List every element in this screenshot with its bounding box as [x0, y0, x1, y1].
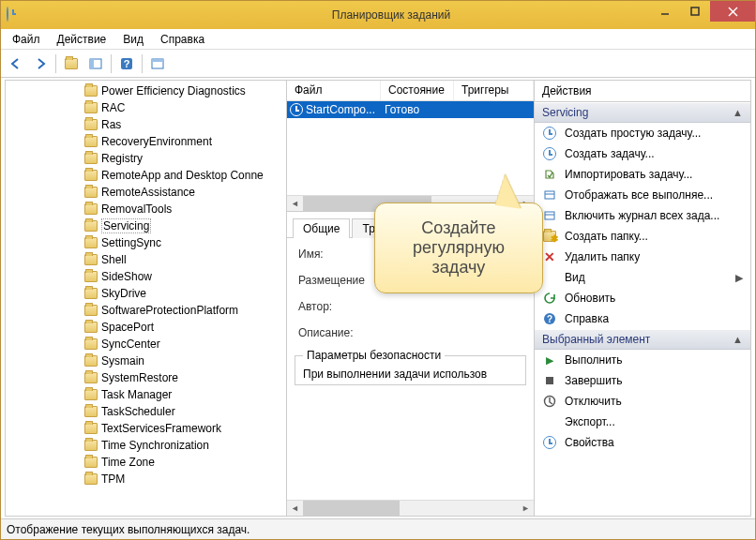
tree-label: Power Efficiency Diagnostics	[101, 84, 246, 98]
tab-general[interactable]: Общие	[293, 218, 350, 238]
action-icon	[542, 126, 557, 141]
task-row[interactable]: StartCompo... Готово	[287, 101, 534, 118]
action-item[interactable]: ▶Выполнить	[535, 350, 750, 370]
show-hide-button[interactable]	[84, 52, 107, 75]
tree-label: Servicing	[101, 218, 151, 233]
forward-button[interactable]	[29, 52, 52, 75]
action-item[interactable]: Отображать все выполняе...	[535, 185, 750, 205]
tree-item[interactable]: SettingSync	[81, 234, 286, 251]
tree-item[interactable]: Sysmain	[81, 352, 286, 369]
action-icon: ✕	[542, 249, 557, 264]
tree-item[interactable]: SystemRestore	[81, 369, 286, 386]
scroll-left-icon[interactable]: ◄	[287, 196, 303, 211]
up-folder-button[interactable]	[60, 52, 83, 75]
tree-label: SkyDrive	[101, 287, 146, 300]
action-item[interactable]: Обновить	[535, 288, 750, 308]
action-item[interactable]: ?Справка	[535, 308, 750, 329]
tree-item[interactable]: SyncCenter	[81, 336, 286, 352]
tree-item[interactable]: Registry	[81, 150, 286, 167]
help-button[interactable]: ?	[115, 52, 138, 75]
action-group-selected[interactable]: Выбранный элемент ▲	[535, 329, 750, 350]
action-item[interactable]: Свойства	[535, 432, 750, 453]
security-legend: Параметры безопасности	[303, 349, 445, 362]
tree-item[interactable]: RemoteAssistance	[81, 184, 286, 201]
menu-file[interactable]: Файл	[5, 31, 48, 48]
tree-item[interactable]: SideShow	[81, 268, 286, 285]
tree-item[interactable]: SoftwareProtectionPlatform	[81, 302, 286, 319]
scroll-left-icon[interactable]: ◄	[287, 501, 303, 516]
close-button[interactable]	[710, 1, 755, 22]
action-item[interactable]: ✕Удалить папку	[535, 247, 750, 267]
action-label: Свойства	[565, 436, 614, 449]
folder-icon	[84, 389, 98, 400]
action-item[interactable]: Экспорт...	[535, 412, 750, 432]
minimize-button[interactable]	[650, 1, 680, 22]
folder-icon	[84, 322, 98, 333]
middle-pane: Файл Состояние Триггеры StartCompo... Го…	[287, 81, 535, 516]
tree-item[interactable]: TextServicesFramework	[81, 420, 286, 437]
folder-icon	[84, 440, 98, 451]
action-label: Импортировать задачу...	[565, 168, 692, 181]
svg-text:?: ?	[124, 58, 130, 69]
titlebar[interactable]: Планировщик заданий	[1, 1, 755, 29]
tree-label: Sysmain	[101, 354, 144, 368]
back-button[interactable]	[5, 52, 27, 75]
tree-item[interactable]: Power Efficiency Diagnostics	[81, 82, 286, 99]
clock-icon	[289, 103, 304, 116]
tree-item[interactable]: SkyDrive	[81, 285, 286, 302]
group-label: Выбранный элемент	[542, 333, 650, 346]
tree-item[interactable]: Time Synchronization	[81, 437, 286, 454]
description-label: Описание:	[298, 326, 383, 339]
action-item[interactable]: Создать задачу...	[535, 143, 750, 164]
tree-label: Task Manager	[101, 388, 172, 401]
tree-item[interactable]: TaskScheduler	[81, 403, 286, 420]
collapse-icon: ▲	[733, 334, 743, 345]
actions-pane: Действия Servicing ▲ Создать простую зад…	[535, 81, 750, 516]
tree-item[interactable]: RAC	[81, 99, 286, 116]
action-icon: ?	[542, 311, 557, 326]
tree-item[interactable]: TPM	[81, 471, 286, 488]
tree-item[interactable]: Ras	[81, 116, 286, 133]
folder-icon	[84, 102, 98, 113]
action-icon: ✱	[542, 229, 557, 244]
col-triggers[interactable]: Триггеры	[454, 81, 534, 100]
menu-help[interactable]: Справка	[153, 31, 212, 48]
detail-scrollbar[interactable]: ◄ ►	[287, 500, 534, 516]
panel-button[interactable]	[146, 52, 169, 75]
tree-item[interactable]: RecoveryEnvironment	[81, 133, 286, 150]
tree-item[interactable]: RemoteApp and Desktop Conne	[81, 167, 286, 184]
tree-item[interactable]: Time Zone	[81, 454, 286, 471]
tree-item[interactable]: Servicing	[81, 218, 286, 234]
tree-label: TextServicesFramework	[101, 422, 221, 435]
menu-action[interactable]: Действие	[50, 31, 114, 48]
tree-item[interactable]: Shell	[81, 251, 286, 268]
action-item[interactable]: Отключить	[535, 391, 750, 412]
tree-label: Time Zone	[101, 456, 155, 469]
scroll-right-icon[interactable]: ►	[518, 501, 534, 516]
action-item[interactable]: Создать простую задачу...	[535, 123, 750, 143]
tree-label: Ras	[101, 118, 121, 131]
tree-label: TaskScheduler	[101, 405, 175, 418]
action-item[interactable]: Вид▶	[535, 267, 750, 288]
menu-view[interactable]: Вид	[115, 31, 151, 48]
tree-item[interactable]: SpacePort	[81, 319, 286, 336]
action-label: Включить журнал всех зада...	[565, 209, 719, 222]
action-icon	[542, 146, 557, 161]
tree-scroll[interactable]: Power Efficiency DiagnosticsRACRasRecove…	[6, 81, 286, 516]
action-item[interactable]: ✱Создать папку...	[535, 226, 750, 247]
col-state[interactable]: Состояние	[381, 81, 454, 100]
action-item[interactable]: Импортировать задачу...	[535, 164, 750, 185]
col-file[interactable]: Файл	[287, 81, 381, 100]
action-item[interactable]: Включить журнал всех зада...	[535, 205, 750, 226]
action-item[interactable]: Завершить	[535, 370, 750, 391]
action-label: Удалить папку	[565, 250, 640, 263]
callout-tail	[495, 173, 525, 209]
action-group-servicing[interactable]: Servicing ▲	[535, 102, 750, 123]
maximize-button[interactable]	[680, 1, 710, 22]
tree-item[interactable]: Task Manager	[81, 386, 286, 403]
tree-item[interactable]: RemovalTools	[81, 201, 286, 218]
scroll-thumb[interactable]	[303, 501, 400, 516]
folder-icon	[84, 153, 98, 164]
actions-scroll[interactable]: Servicing ▲ Создать простую задачу...Соз…	[535, 102, 750, 516]
scroll-track[interactable]	[303, 501, 518, 516]
